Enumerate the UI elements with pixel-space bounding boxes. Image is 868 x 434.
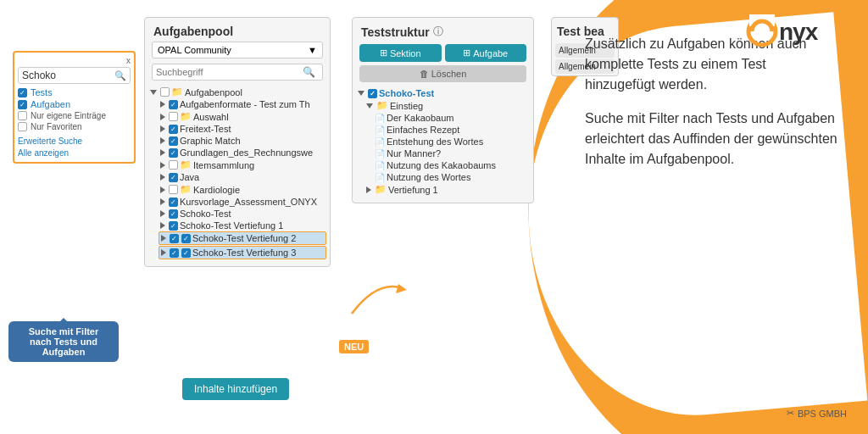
teststruktur-help-icon: ⓘ (433, 25, 443, 39)
aufgabenpool-dropdown[interactable]: OPAL Community ▼ (152, 42, 323, 58)
cb-auswahl[interactable] (169, 112, 178, 121)
cb-kursvorlage[interactable] (169, 198, 178, 207)
cb-schoko-v3b[interactable] (181, 248, 191, 258)
ts-cb-root[interactable] (368, 89, 377, 98)
erweiterte-suche-link[interactable]: Erweiterte Suche (18, 136, 82, 146)
dropdown-arrow: ▼ (308, 45, 317, 55)
root-cb[interactable] (160, 87, 170, 97)
ts-delete-row: 🗑 Löschen (359, 65, 526, 82)
cb-schoko-v3[interactable] (170, 248, 179, 258)
cb-schoko[interactable] (169, 209, 178, 219)
add-content-button[interactable]: Inhalte hinzufügen (182, 378, 289, 400)
cb-schoko-v2b[interactable] (181, 234, 191, 243)
filter-aufgaben-row: Aufgaben (18, 99, 131, 109)
label-kursvorlage: Kursvorlage_Assessment_ONYX (180, 197, 317, 207)
filter-panel: x 🔍 Tests Aufgaben Nur eigene Einträge N… (13, 51, 136, 164)
filter-close-button[interactable]: x (18, 56, 131, 65)
dropdown-value: OPAL Community (158, 45, 231, 55)
tree-item-kursvorlage[interactable]: Kursvorlage_Assessment_ONYX (159, 196, 326, 208)
ts-rezept[interactable]: 📄 Einfaches Rezept (373, 124, 530, 136)
label-java: Java (180, 172, 199, 182)
cb-freitext[interactable] (169, 125, 178, 134)
cb-kardiologie[interactable] (169, 185, 178, 194)
cb-itemsammlung[interactable] (169, 160, 178, 170)
expand-icon (150, 90, 157, 95)
tree-item-kardiologie[interactable]: 📁 Kardiologie (159, 183, 326, 196)
aufgabenpool-search-icon: 🔍 (303, 66, 315, 78)
tree-item-schoko-v1[interactable]: Schoko-Test Vertiefung 1 (159, 220, 326, 231)
alle-anzeigen-link[interactable]: Alle anzeigen (18, 148, 69, 158)
aufgabenpool-search-input[interactable] (156, 67, 303, 77)
teststruktur-title-row: Teststruktur ⓘ (353, 18, 533, 44)
ts-kakaobaum[interactable]: 📄 Der Kakaobaum (373, 112, 530, 124)
cb-graphic[interactable] (169, 136, 178, 146)
filter-nurfav-row: Nur Favoriten (18, 122, 131, 131)
ts-label-nutzung-wortes: Nutzung des Wortes (387, 172, 470, 182)
cb-schoko-v2[interactable] (170, 234, 179, 243)
loeschen-button[interactable]: 🗑 Löschen (359, 65, 526, 82)
expand-icon (160, 137, 165, 144)
ts-schoko-test[interactable]: Schoko-Test (356, 87, 530, 99)
loeschen-icon: 🗑 (420, 69, 429, 79)
tree-item-graphic[interactable]: Graphic Match (159, 135, 326, 147)
search-icon: 🔍 (114, 70, 126, 81)
aufgabe-button[interactable]: ⊞ Aufgabe (445, 44, 527, 62)
label-schoko-v1: Schoko-Test Vertiefung 1 (180, 220, 283, 231)
ts-label-rezept: Einfaches Rezept (387, 125, 459, 135)
tree-item-aufgabenformate[interactable]: Aufgabenformate - Test zum Th (159, 98, 326, 110)
tree-item-grundlagen[interactable]: Grundlagen_des_Rechnungswe (159, 147, 326, 159)
tooltip-text: Suche mit Filter nach Tests und Aufgaben (29, 326, 99, 357)
ts-vertiefung[interactable]: 📁 Vertiefung 1 (364, 183, 530, 196)
ts-label-manner: Nur Manner? (387, 148, 441, 159)
aufgaben-checkbox[interactable] (18, 100, 27, 109)
filter-search-row: 🔍 (18, 67, 131, 84)
folder-icon: 📁 (375, 184, 387, 195)
loeschen-label: Löschen (431, 69, 467, 79)
cb-grundlagen[interactable] (169, 148, 178, 158)
doc-gray-icon: 📄 (375, 161, 385, 170)
filter-search-input[interactable] (22, 70, 114, 81)
ts-nutzung-kakao[interactable]: 📄 Nutzung des Kakaobaums (373, 159, 530, 171)
sektion-button[interactable]: ⊞ Sektion (359, 44, 442, 62)
label-graphic: Graphic Match (180, 136, 241, 146)
tree-item-java[interactable]: Java (159, 171, 326, 183)
folder-icon: 📁 (171, 86, 183, 97)
doc-gray-icon: 📄 (375, 173, 385, 182)
expand-icon (160, 222, 165, 229)
tree-item-freitext[interactable]: Freitext-Test (159, 123, 326, 135)
aufgabenpool-title: Aufgabenpool (145, 18, 330, 42)
ts-label-kakaobaum: Der Kakaobaum (387, 113, 454, 123)
expand-icon (160, 174, 165, 181)
ts-manner[interactable]: 📄 Nur Manner? (373, 147, 530, 159)
tree-item-auswahl[interactable]: 📁 Auswahl (159, 110, 326, 123)
label-aufgabenformate: Aufgabenformate - Test zum Th (180, 99, 310, 109)
tree-item-schoko[interactable]: Schoko-Test (159, 208, 326, 220)
ts-label-einstieg: Einstieg (390, 101, 423, 111)
nur-fav-checkbox[interactable] (18, 122, 27, 131)
tree-item-itemsammlung[interactable]: 📁 Itemsammlung (159, 159, 326, 171)
expand-icon (366, 186, 371, 193)
expand-icon (161, 235, 166, 242)
cb-aufgabenformate[interactable] (169, 100, 178, 109)
expand-icon (160, 101, 165, 108)
filter-nurei-row: Nur eigene Einträge (18, 111, 131, 120)
label-schoko-v2: Schoko-Test Vertiefung 2 (192, 233, 296, 243)
expand-icon (161, 249, 166, 256)
ts-nutzung-wortes[interactable]: 📄 Nutzung des Wortes (373, 171, 530, 183)
tests-checkbox[interactable] (18, 88, 27, 97)
expand-icon (160, 125, 165, 132)
nur-eigene-checkbox[interactable] (18, 111, 27, 120)
ts-entstehung[interactable]: 📄 Entstehung des Wortes (373, 136, 530, 147)
right-paragraph-2: Suche mit Filter nach Tests und Aufgaben… (585, 108, 839, 170)
tree-item-root[interactable]: 📁 Aufgabenpool (148, 86, 326, 98)
tree-item-schoko-v2[interactable]: Schoko-Test Vertiefung 2 (159, 231, 326, 245)
tree-item-schoko-v3[interactable]: Schoko-Test Vertiefung 3 (159, 246, 326, 259)
ts-einstieg[interactable]: 📁 Einstieg (364, 99, 530, 112)
cb-schoko-v1[interactable] (169, 221, 178, 231)
aufgabe-icon: ⊞ (463, 47, 470, 58)
tree-label-aufgabenpool: Aufgabenpool (185, 87, 242, 97)
logo: nyx (745, 13, 847, 58)
bps-icon: ✂ (787, 408, 794, 419)
expand-icon (160, 186, 165, 193)
cb-java[interactable] (169, 173, 178, 182)
